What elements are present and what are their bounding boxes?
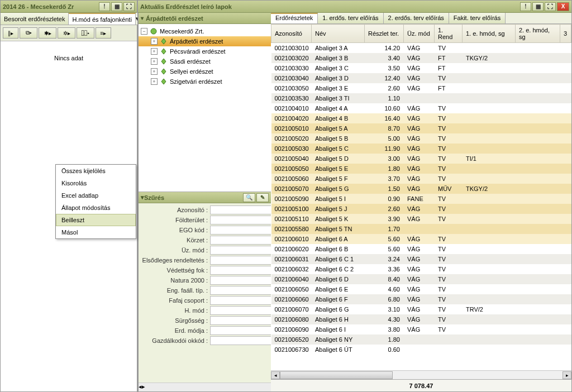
col-rend[interactable]: 1. Rend bbox=[435, 25, 463, 43]
filter-input-6[interactable] bbox=[210, 266, 271, 275]
filter-input-11[interactable] bbox=[210, 316, 271, 325]
tree-expand-icon[interactable]: + bbox=[151, 48, 158, 55]
tree-collapse-icon[interactable]: − bbox=[141, 28, 147, 35]
data-hscroll[interactable]: ◂ ▸ bbox=[271, 370, 571, 379]
tree-expand-icon[interactable]: + bbox=[151, 58, 158, 65]
filter-input-4[interactable] bbox=[210, 246, 271, 255]
table-row[interactable]: 0021005050Abaliget 5 E1.80VÁGTV bbox=[271, 164, 571, 174]
table-row[interactable]: 0021003010Abaliget 3 A14.20VÁGTV bbox=[271, 43, 571, 53]
tree-item-1[interactable]: +Pécsváradi erdészet bbox=[139, 46, 271, 56]
table-row[interactable]: 0021005060Abaliget 5 F3.70VÁGTV bbox=[271, 174, 571, 184]
ctx-item-5[interactable]: Másol bbox=[56, 226, 136, 238]
filter-input-10[interactable] bbox=[210, 306, 271, 315]
table-row[interactable]: 0021005090Abaliget 5 I0.90FANETV bbox=[271, 194, 571, 204]
ctx-item-0[interactable]: Összes kijelölés bbox=[56, 165, 136, 177]
table-row[interactable]: 0021003030Abaliget 3 C3.50VÁGFT bbox=[271, 63, 571, 73]
tool-config1-icon[interactable]: ⧉▸ bbox=[20, 27, 37, 39]
table-row[interactable]: 0021006050Abaliget 6 E4.60VÁGTV bbox=[271, 284, 571, 294]
table-row[interactable]: 0021004010Abaliget 4 A10.60VÁGTV bbox=[271, 103, 571, 113]
data-tab-1[interactable]: 1. erdős. terv előírás bbox=[318, 13, 383, 23]
collapse-arrow-icon[interactable]: ▾ bbox=[141, 15, 144, 21]
col-h2[interactable]: 2. e. hmód, sg bbox=[516, 25, 560, 43]
col-uzmod[interactable]: Üz. mód bbox=[404, 25, 435, 43]
close-icon[interactable]: X bbox=[557, 2, 569, 11]
left-tab-1[interactable]: H.mód és fafajonkénti bbox=[69, 13, 135, 25]
table-row[interactable]: 0021005030Abaliget 5 C11.90VÁGTV bbox=[271, 144, 571, 154]
tool-list-icon[interactable]: ≡▸ bbox=[96, 27, 111, 39]
table-row[interactable]: 0021006031Abaliget 6 C 13.24VÁGTV bbox=[271, 254, 571, 264]
table-row[interactable]: 0021006040Abaliget 6 D8.40VÁGTV bbox=[271, 274, 571, 284]
tree-expand-icon[interactable]: + bbox=[151, 38, 158, 45]
table-row[interactable]: 0021006060Abaliget 6 F6.80VÁGTV bbox=[271, 294, 571, 304]
tree-item-0[interactable]: +Árpádtetői erdészet bbox=[139, 36, 271, 46]
table-row[interactable]: 0021006010Abaliget 6 A5.60VÁGTV bbox=[271, 234, 571, 244]
warn-icon[interactable]: ! bbox=[99, 2, 110, 11]
tool-gear1-icon[interactable]: ✱▸ bbox=[39, 27, 56, 39]
table-row[interactable]: 0021003530Abaliget 3 TI1.10 bbox=[271, 93, 571, 103]
hscroll-left-icon[interactable]: ◂ bbox=[271, 371, 280, 379]
ctx-item-2[interactable]: Excel adatlap bbox=[56, 189, 136, 202]
left-tab-0[interactable]: Besorolt erdőrészletek bbox=[1, 13, 69, 25]
filter-input-9[interactable] bbox=[210, 296, 271, 305]
tree-header[interactable]: ▾ Árpádtetői erdészet bbox=[139, 13, 271, 24]
filter-input-8[interactable] bbox=[210, 286, 271, 295]
filter-input-5[interactable] bbox=[210, 256, 271, 265]
tree-item-2[interactable]: +Sásdi erdészet bbox=[139, 56, 271, 66]
table-row[interactable]: 0021006032Abaliget 6 C 23.36VÁGTV bbox=[271, 264, 571, 274]
tool-gear2-icon[interactable]: ✲▸ bbox=[58, 27, 75, 39]
table-row[interactable]: 0021006520Abaliget 6 NY1.80 bbox=[271, 334, 571, 345]
mid-hscroll[interactable]: ◂▸ bbox=[139, 383, 271, 391]
table-row[interactable]: 0021005010Abaliget 5 A8.70VÁGTV bbox=[271, 123, 571, 133]
table-row[interactable]: 0021005100Abaliget 5 J2.60VÁGTV bbox=[271, 204, 571, 214]
columns-icon-r[interactable]: ▦ bbox=[532, 2, 544, 11]
table-row[interactable]: 0021004020Abaliget 4 B16.40VÁGTV bbox=[271, 113, 571, 123]
filter-input-12[interactable] bbox=[210, 326, 271, 335]
search-icon[interactable]: 🔍 bbox=[243, 193, 255, 202]
filter-input-1[interactable] bbox=[210, 216, 271, 224]
table-row[interactable]: 0021005040Abaliget 5 D3.00VÁGTVTI/1 bbox=[271, 154, 571, 164]
tool-panel-icon[interactable]: ⿲▸ bbox=[77, 27, 94, 39]
ctx-item-4[interactable]: Beilleszt bbox=[56, 214, 136, 226]
tree-expand-icon[interactable]: + bbox=[151, 78, 158, 85]
table-wrap[interactable]: Azonosító Név Részlet ter. Üz. mód 1. Re… bbox=[271, 24, 571, 370]
data-tab-0[interactable]: Erdőrészletek bbox=[271, 13, 318, 23]
tree-expand-icon[interactable]: + bbox=[151, 68, 158, 75]
table-row[interactable]: 0021006090Abaliget 6 I3.80VÁGTV bbox=[271, 324, 571, 334]
table-row[interactable]: 0021003050Abaliget 3 E2.60VÁGFT bbox=[271, 83, 571, 93]
expand-icon-r[interactable]: ⛶ bbox=[545, 2, 556, 11]
filter-input-7[interactable] bbox=[210, 276, 271, 285]
table-row[interactable]: 0021006020Abaliget 6 B5.60VÁGTV bbox=[271, 244, 571, 254]
tool-play-icon[interactable]: ∥▸ bbox=[3, 27, 18, 39]
table-row[interactable]: 0021006070Abaliget 6 G3.10VÁGTVTRV/2 bbox=[271, 304, 571, 314]
filter-input-3[interactable] bbox=[210, 236, 271, 245]
filter-input-13[interactable] bbox=[210, 336, 271, 345]
filter-pane: ▾ Szűrés 🔍 ✎ Azonosító :Földterület :EGO… bbox=[139, 192, 271, 383]
col-3[interactable]: 3 bbox=[560, 25, 571, 43]
table-row[interactable]: 0021006730Abaliget 6 ÚT0.60 bbox=[271, 345, 571, 355]
table-row[interactable]: 0021006080Abaliget 6 H4.30VÁGTV bbox=[271, 314, 571, 324]
data-tab-2[interactable]: 2. erdős. terv előírás bbox=[384, 13, 449, 23]
expand-icon[interactable]: ⛶ bbox=[123, 2, 135, 11]
filter-input-2[interactable] bbox=[210, 226, 271, 235]
clear-filter-icon[interactable]: ✎ bbox=[256, 193, 269, 202]
table-row[interactable]: 0021005070Abaliget 5 G1.50VÁGMŰVTKGY/2 bbox=[271, 184, 571, 194]
tree-item-3[interactable]: +Sellyei erdészet bbox=[139, 66, 271, 77]
ctx-item-1[interactable]: Kisorolás bbox=[56, 177, 136, 189]
table-row[interactable]: 0021003020Abaliget 3 B3.40VÁGFTTKGY/2 bbox=[271, 53, 571, 63]
table-row[interactable]: 0021005580Abaliget 5 TN1.70 bbox=[271, 224, 571, 234]
col-azonosito[interactable]: Azonosító bbox=[271, 25, 312, 43]
col-h1[interactable]: 1. e. hmód, sg bbox=[463, 25, 516, 43]
col-ter[interactable]: Részlet ter. bbox=[365, 25, 404, 43]
table-row[interactable]: 0021005110Abaliget 5 K3.90VÁGTV bbox=[271, 214, 571, 224]
columns-icon[interactable]: ▦ bbox=[111, 2, 122, 11]
filter-input-0[interactable] bbox=[210, 205, 271, 214]
table-row[interactable]: 0021003040Abaliget 3 D12.40VÁGTV bbox=[271, 73, 571, 83]
warn-icon-r[interactable]: ! bbox=[520, 2, 531, 11]
tree-item-4[interactable]: +Szigetvári erdészet bbox=[139, 77, 271, 87]
hscroll-right-icon[interactable]: ▸ bbox=[563, 371, 571, 379]
table-row[interactable]: 0021005020Abaliget 5 B5.00VÁGTV bbox=[271, 133, 571, 144]
ctx-item-3[interactable]: Állapot módosítás bbox=[56, 202, 136, 214]
col-nev[interactable]: Név bbox=[312, 25, 365, 43]
tree-root[interactable]: − Mecsekerdő Zrt. bbox=[139, 26, 271, 36]
data-tab-3[interactable]: Fakit. terv előírás bbox=[449, 13, 506, 23]
